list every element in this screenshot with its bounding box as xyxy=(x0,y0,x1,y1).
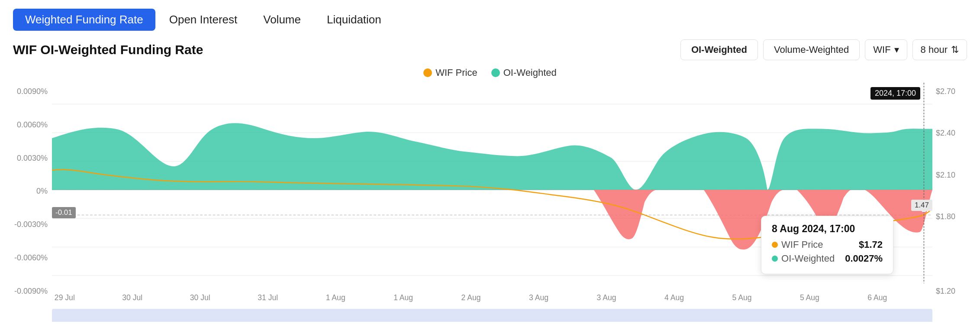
svg-text:29 Jul: 29 Jul xyxy=(55,293,75,302)
tooltip-wif-label: WIF Price xyxy=(772,239,823,250)
svg-text:30 Jul: 30 Jul xyxy=(190,293,210,302)
svg-text:3 Aug: 3 Aug xyxy=(529,293,548,302)
svg-text:31 Jul: 31 Jul xyxy=(258,293,278,302)
y-label-5: -0.0060% xyxy=(13,253,52,262)
legend: WIF Price OI-Weighted xyxy=(13,67,967,78)
y-axis-right: $2.70 $2.40 $2.10 $1.80 $1.20 xyxy=(932,83,967,322)
chart-title: WIF OI-Weighted Funding Rate xyxy=(13,42,203,57)
svg-text:6 Aug: 6 Aug xyxy=(867,293,887,302)
controls: OI-Weighted Volume-Weighted WIF ▾ 8 hour… xyxy=(680,39,967,60)
y-right-3: $1.80 xyxy=(932,212,967,221)
svg-text:30 Jul: 30 Jul xyxy=(122,293,142,302)
interval-select[interactable]: 8 hour ⇅ xyxy=(912,39,967,60)
legend-wif-price: WIF Price xyxy=(423,67,477,78)
svg-text:1 Aug: 1 Aug xyxy=(393,293,413,302)
chart-main[interactable]: -0.01 1.47 2024, 17:00 xyxy=(52,83,932,322)
tooltip-date: 8 Aug 2024, 17:00 xyxy=(772,223,883,235)
y-label-2: 0.0030% xyxy=(13,154,52,163)
y-label-4: -0.0030% xyxy=(13,220,52,229)
tooltip-wif-row: WIF Price $1.72 xyxy=(772,239,883,250)
y-right-5: $1.20 xyxy=(932,287,967,296)
y-label-1: 0.0060% xyxy=(13,120,52,130)
volume-weighted-button[interactable]: Volume-Weighted xyxy=(763,39,860,60)
chevron-down-icon: ▾ xyxy=(894,44,899,55)
tooltip-wif-value: $1.72 xyxy=(859,239,883,250)
svg-text:5 Aug: 5 Aug xyxy=(732,293,751,302)
svg-text:2 Aug: 2 Aug xyxy=(461,293,481,302)
svg-text:3 Aug: 3 Aug xyxy=(597,293,616,302)
oi-weighted-button[interactable]: OI-Weighted xyxy=(680,39,758,60)
tooltip: 8 Aug 2024, 17:00 WIF Price $1.72 OI-Wei… xyxy=(761,216,893,274)
symbol-select[interactable]: WIF ▾ xyxy=(865,39,907,60)
oi-weighted-dot xyxy=(772,256,778,262)
tooltip-oi-label: OI-Weighted xyxy=(772,253,835,264)
chart-wrapper: 0.0090% 0.0060% 0.0030% 0% -0.0030% -0.0… xyxy=(13,83,967,322)
y-label-3: 0% xyxy=(13,187,52,196)
left-marker: -0.01 xyxy=(52,207,76,218)
svg-text:1 Aug: 1 Aug xyxy=(326,293,345,302)
chart-svg: 29 Jul 30 Jul 30 Jul 31 Jul 1 Aug 1 Aug … xyxy=(52,83,932,322)
svg-text:4 Aug: 4 Aug xyxy=(664,293,684,302)
y-axis-left: 0.0090% 0.0060% 0.0030% 0% -0.0030% -0.0… xyxy=(13,83,52,322)
tooltip-oi-row: OI-Weighted 0.0027% xyxy=(772,253,883,264)
tab-weighted-funding-rate[interactable]: Weighted Funding Rate xyxy=(13,9,155,31)
tab-open-interest[interactable]: Open Interest xyxy=(157,9,250,31)
y-label-6: -0.0090% xyxy=(13,287,52,296)
legend-oi-weighted: OI-Weighted xyxy=(491,67,557,78)
wif-price-dot xyxy=(772,242,778,248)
tab-liquidation[interactable]: Liquidation xyxy=(315,9,393,31)
right-marker: 1.47 xyxy=(911,200,932,211)
y-right-1: $2.40 xyxy=(932,129,967,138)
up-down-icon: ⇅ xyxy=(951,44,959,55)
tab-bar: Weighted Funding Rate Open Interest Volu… xyxy=(13,9,967,31)
y-right-0: $2.70 xyxy=(932,87,967,96)
vline-label: 2024, 17:00 xyxy=(870,87,920,100)
y-label-0: 0.0090% xyxy=(13,87,52,96)
header-row: WIF OI-Weighted Funding Rate OI-Weighted… xyxy=(13,39,967,60)
tab-volume[interactable]: Volume xyxy=(251,9,313,31)
tooltip-oi-value: 0.0027% xyxy=(845,253,883,264)
svg-text:5 Aug: 5 Aug xyxy=(800,293,819,302)
y-right-2: $2.10 xyxy=(932,171,967,180)
svg-rect-25 xyxy=(52,309,932,322)
